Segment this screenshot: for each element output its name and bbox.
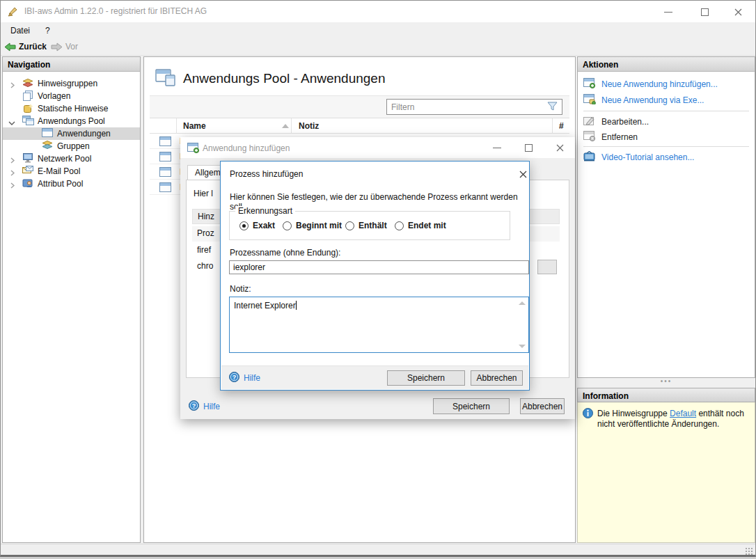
list-row-label: firef bbox=[197, 245, 211, 255]
dialog-help[interactable]: ? Hilfe bbox=[189, 400, 220, 413]
note-field[interactable]: Internet Explorer bbox=[229, 297, 529, 353]
column-header-notiz[interactable]: Notiz bbox=[299, 121, 319, 131]
default-group-link[interactable]: Default bbox=[670, 409, 696, 418]
sidebar-item-attribut-pool[interactable]: Attribut Pool bbox=[3, 178, 140, 190]
back-arrow-icon bbox=[4, 42, 16, 52]
menu-bar: Datei ? bbox=[1, 22, 755, 38]
dialog-maximize-button[interactable] bbox=[518, 141, 539, 154]
action-video-tutorial[interactable]: Video-Tutorial ansehen... bbox=[583, 151, 694, 164]
filter-row bbox=[150, 95, 569, 118]
close-button[interactable] bbox=[727, 5, 748, 19]
help-icon: ? bbox=[229, 372, 239, 384]
dialog-title-bar: Anwendung hinzufügen bbox=[180, 137, 575, 158]
table-header: Name Notiz # bbox=[150, 118, 569, 134]
column-header-name[interactable]: Name bbox=[183, 121, 206, 131]
new-application-icon bbox=[583, 78, 596, 90]
back-button[interactable]: Zurück bbox=[4, 40, 47, 54]
app-window: IBI-aws Admin 1.22.0 - registriert für I… bbox=[0, 0, 756, 557]
list-header-label: Hinz bbox=[198, 212, 214, 221]
action-label: Neue Anwendung via Exe... bbox=[601, 95, 704, 105]
maximize-button[interactable] bbox=[694, 5, 715, 19]
groups-icon bbox=[42, 141, 53, 152]
sidebar-item-label: Statische Hinweise bbox=[38, 104, 108, 113]
information-content: Die Hinweisgruppe Default enthält noch n… bbox=[577, 402, 755, 543]
dialog-minimize-button[interactable] bbox=[487, 141, 507, 154]
svg-text:?: ? bbox=[233, 374, 237, 381]
list-side-button[interactable] bbox=[537, 260, 557, 274]
splitter-handle[interactable]: ••• bbox=[577, 378, 755, 388]
chevron-right-icon[interactable] bbox=[10, 181, 15, 191]
sidebar-item-hinweisgruppen[interactable]: Hinweisgruppen bbox=[3, 77, 140, 90]
radio-icon bbox=[395, 221, 404, 230]
sort-asc-icon bbox=[282, 124, 289, 128]
list-row-label: Proz bbox=[197, 228, 214, 238]
information-panel: Information Die Hinweisgruppe Default en… bbox=[577, 388, 755, 543]
actions-panel: Aktionen Neue Anwendung hinzufügen... Ne… bbox=[577, 56, 755, 378]
resize-grip-icon[interactable] bbox=[745, 547, 753, 556]
sidebar-item-anwendungs-pool[interactable]: Anwendungs Pool bbox=[3, 115, 140, 127]
sidebar-item-gruppen[interactable]: Gruppen bbox=[3, 140, 140, 152]
templates-icon bbox=[22, 90, 33, 103]
dialog-help[interactable]: ? Hilfe bbox=[229, 372, 260, 384]
sidebar-item-netzwerk-pool[interactable]: Netzwerk Pool bbox=[3, 152, 140, 165]
save-button[interactable]: Speichern bbox=[387, 370, 465, 386]
filter-field[interactable] bbox=[386, 99, 562, 115]
menu-help[interactable]: ? bbox=[41, 24, 54, 37]
action-edit[interactable]: Bearbeiten... bbox=[583, 116, 649, 128]
list-row-label: chro bbox=[197, 261, 213, 271]
information-header: Information bbox=[577, 388, 755, 402]
window-icon bbox=[159, 152, 171, 164]
chevron-right-icon[interactable] bbox=[10, 168, 15, 178]
chevron-down-icon[interactable] bbox=[8, 118, 15, 128]
sidebar-item-email-pool[interactable]: E-Mail Pool bbox=[3, 165, 140, 178]
sidebar-item-label: Anwendungs Pool bbox=[38, 116, 105, 126]
app-pool-icon bbox=[22, 116, 34, 127]
text-caret bbox=[296, 301, 297, 310]
save-button[interactable]: Speichern bbox=[433, 398, 510, 414]
sidebar-item-statische-hinweise[interactable]: Statische Hinweise bbox=[3, 102, 140, 115]
action-label: Entfernen bbox=[601, 132, 638, 142]
menu-datei[interactable]: Datei bbox=[6, 24, 34, 37]
note-text: Internet Explorer bbox=[234, 301, 296, 310]
radio-icon bbox=[239, 221, 249, 230]
minimize-icon bbox=[493, 148, 501, 148]
sidebar-item-anwendungen[interactable]: Anwendungen bbox=[3, 127, 140, 140]
radio-endet-mit[interactable]: Endet mit bbox=[395, 221, 446, 230]
chevron-right-icon[interactable] bbox=[10, 81, 15, 90]
action-label: Neue Anwendung hinzufügen... bbox=[601, 79, 718, 89]
cancel-button[interactable]: Abbrechen bbox=[520, 398, 565, 414]
chevron-right-icon[interactable] bbox=[10, 156, 15, 166]
forward-label: Vor bbox=[65, 42, 78, 52]
navigation-header: Navigation bbox=[3, 57, 140, 72]
close-icon bbox=[734, 8, 742, 16]
notice-groups-icon bbox=[22, 79, 33, 90]
filter-funnel-icon[interactable] bbox=[547, 102, 562, 113]
action-new-application-via-exe[interactable]: Neue Anwendung via Exe... bbox=[583, 94, 704, 107]
cancel-button[interactable]: Abbrechen bbox=[471, 370, 523, 386]
minimize-button[interactable] bbox=[658, 5, 679, 19]
dialog-close-button[interactable] bbox=[549, 141, 570, 154]
network-icon bbox=[22, 153, 33, 165]
radio-enthaelt[interactable]: Enthält bbox=[345, 221, 387, 230]
scroll-up-icon[interactable] bbox=[519, 301, 526, 305]
column-header-count[interactable]: # bbox=[559, 121, 564, 131]
sidebar-item-vorlagen[interactable]: Vorlagen bbox=[3, 90, 140, 102]
erkennungsart-group: Erkennungsart Exakt Beginnt mit Enthält … bbox=[229, 211, 510, 240]
dialog-intro-text: Hier l bbox=[194, 189, 213, 198]
remove-icon bbox=[583, 131, 596, 143]
filter-input[interactable] bbox=[387, 102, 547, 112]
dialog-close-button[interactable] bbox=[517, 168, 528, 180]
scroll-down-icon[interactable] bbox=[519, 345, 526, 348]
sidebar-item-label: Vorlagen bbox=[38, 91, 70, 101]
action-label: Bearbeiten... bbox=[601, 117, 649, 127]
process-name-input[interactable] bbox=[230, 261, 528, 274]
window-icon bbox=[159, 136, 171, 148]
action-remove[interactable]: Entfernen bbox=[583, 131, 638, 143]
radio-beginnt-mit[interactable]: Beginnt mit bbox=[283, 221, 342, 230]
action-new-application[interactable]: Neue Anwendung hinzufügen... bbox=[583, 78, 718, 90]
forward-button[interactable]: Vor bbox=[51, 40, 78, 54]
process-name-field[interactable] bbox=[229, 260, 529, 274]
radio-exakt[interactable]: Exakt bbox=[239, 221, 275, 230]
radio-label: Exakt bbox=[253, 221, 275, 230]
radio-icon bbox=[345, 221, 354, 230]
